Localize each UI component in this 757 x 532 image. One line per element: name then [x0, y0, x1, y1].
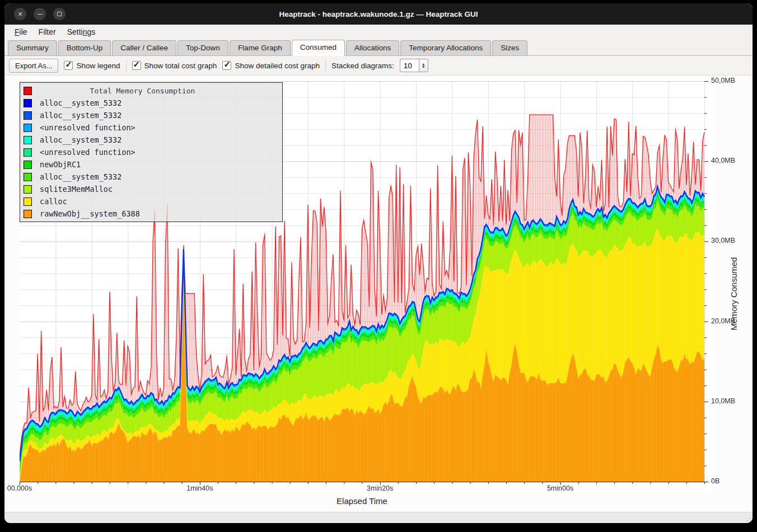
- legend-label: alloc__system_5332: [40, 98, 122, 107]
- tab-caller-callee[interactable]: Caller / Callee: [112, 40, 176, 55]
- tab-top-down[interactable]: Top-Down: [177, 40, 228, 55]
- legend-swatch: [24, 111, 32, 120]
- export-as-button[interactable]: Export As...: [9, 59, 58, 73]
- legend-swatch: [24, 185, 32, 194]
- tab-temporary-allocations[interactable]: Temporary Allocations: [400, 40, 491, 55]
- tab-sizes[interactable]: Sizes: [492, 40, 527, 55]
- legend-row-alloc-system-5332: alloc__system_5332: [20, 134, 282, 146]
- spinner-down-button[interactable]: ▼: [422, 65, 426, 68]
- x-tick-label: 1min40s: [186, 484, 213, 492]
- stacked-diagrams-input[interactable]: [400, 59, 419, 72]
- legend-row-unresolved-function: <unresolved function>: [20, 146, 282, 158]
- minimize-button[interactable]: [34, 8, 46, 20]
- menu-item-filter[interactable]: Filter: [33, 26, 62, 38]
- resize-grip-icon[interactable]: [744, 515, 751, 521]
- x-tick-label: 5min00s: [547, 484, 573, 492]
- chart-legend: Total Memory Consumption alloc__system_5…: [20, 82, 283, 222]
- menu-bar: FileFilterSettings: [4, 25, 753, 39]
- checkbox-show-legend[interactable]: ✓Show legend: [64, 61, 120, 70]
- checkbox-label: Show legend: [76, 62, 120, 70]
- legend-row-alloc-system-5332: alloc__system_5332: [20, 109, 282, 121]
- maximize-icon: [57, 12, 62, 16]
- checkbox-label: Show total cost graph: [144, 62, 217, 70]
- legend-label: newObjRC1: [40, 160, 81, 169]
- legend-swatch: [24, 99, 32, 107]
- x-tick-label: 00.000s: [7, 484, 32, 492]
- legend-swatch: [24, 124, 32, 132]
- tab-flame-graph[interactable]: Flame Graph: [230, 40, 291, 55]
- legend-row-calloc: calloc: [20, 195, 282, 208]
- x-axis-title: Elapsed Time: [337, 496, 387, 506]
- y-tick-label: 0B: [711, 477, 719, 485]
- x-tick-label: 3min20s: [367, 484, 393, 492]
- tab-allocations[interactable]: Allocations: [346, 40, 399, 55]
- legend-label: sqlite3MemMalloc: [40, 185, 113, 194]
- checkbox-show-detailed-cost-graph[interactable]: ✓Show detailed cost graph: [222, 61, 320, 70]
- y-tick-label: 50,0MB: [711, 77, 735, 84]
- app-window: ✕ Heaptrack - heaptrack.wakunode.1.gz — …: [4, 3, 753, 523]
- legend-swatch: [24, 197, 32, 206]
- menu-item-file[interactable]: File: [9, 26, 33, 38]
- toolbar: Export As... ✓Show legend✓Show total cos…: [4, 56, 753, 76]
- checkbox-show-total-cost-graph[interactable]: ✓Show total cost graph: [132, 61, 217, 70]
- legend-label: calloc: [40, 197, 67, 206]
- tab-bottom-up[interactable]: Bottom-Up: [58, 40, 111, 55]
- y-tick-label: 40,0MB: [711, 157, 735, 164]
- legend-label: <unresolved function>: [40, 123, 135, 132]
- checkbox-label: Show detailed cost graph: [235, 62, 320, 70]
- stacked-diagrams-label: Stacked diagrams:: [331, 62, 394, 70]
- stacked-diagrams-spinner: ▲ ▼: [400, 59, 428, 72]
- legend-row-unresolved-function: <unresolved function>: [20, 121, 282, 134]
- status-bar: [4, 512, 753, 523]
- legend-label: rawNewObj__system_6388: [40, 209, 140, 218]
- window-title: Heaptrack - heaptrack.wakunode.1.gz — He…: [279, 10, 478, 18]
- tab-consumed[interactable]: Consumed: [292, 40, 345, 56]
- legend-swatch: [24, 136, 32, 144]
- menu-item-settings[interactable]: Settings: [62, 26, 101, 38]
- legend-title-row: Total Memory Consumption: [20, 84, 282, 97]
- legend-row-alloc-system-5332: alloc__system_5332: [20, 171, 282, 183]
- consumed-chart-panel: Total Memory Consumption alloc__system_5…: [4, 76, 753, 512]
- legend-row-alloc-system-5332: alloc__system_5332: [20, 97, 282, 109]
- legend-label: alloc__system_5332: [40, 111, 122, 120]
- title-bar: ✕ Heaptrack - heaptrack.wakunode.1.gz — …: [4, 3, 753, 25]
- legend-label: alloc__system_5332: [40, 172, 122, 181]
- total-consumption-swatch: [24, 87, 32, 95]
- minimize-icon: [38, 14, 43, 15]
- legend-swatch: [24, 173, 32, 181]
- close-button[interactable]: ✕: [14, 8, 26, 20]
- y-axis-title: Memory Consumed: [729, 257, 739, 331]
- legend-swatch: [24, 161, 32, 169]
- y-tick-label: 10,0MB: [711, 397, 735, 405]
- legend-title: Total Memory Consumption: [40, 87, 279, 95]
- toolbar-separator: [325, 60, 326, 71]
- legend-label: alloc__system_5332: [40, 135, 122, 144]
- legend-label: <unresolved function>: [40, 148, 135, 157]
- legend-row-rawnewobj-system-6388: rawNewObj__system_6388: [20, 208, 282, 220]
- legend-swatch: [24, 210, 32, 218]
- legend-row-sqlite3memmalloc: sqlite3MemMalloc: [20, 183, 282, 195]
- legend-swatch: [24, 148, 32, 157]
- y-tick-label: 30,0MB: [711, 237, 735, 244]
- tab-bar: SummaryBottom-UpCaller / CalleeTop-DownF…: [4, 39, 753, 56]
- tab-summary[interactable]: Summary: [8, 40, 57, 55]
- legend-row-newobjrc1: newObjRC1: [20, 158, 282, 171]
- maximize-button[interactable]: [53, 8, 66, 20]
